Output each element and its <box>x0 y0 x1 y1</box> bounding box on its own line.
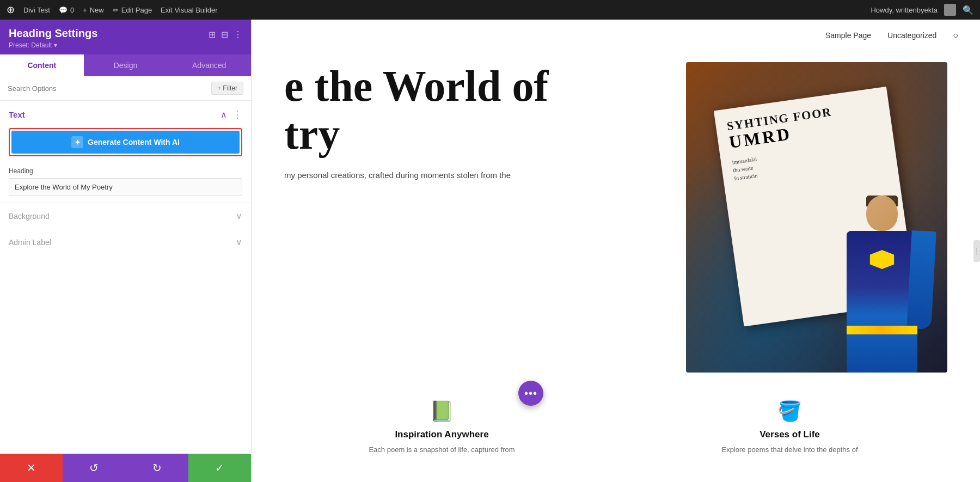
columns-icon[interactable]: ⊟ <box>221 29 228 40</box>
save-button[interactable]: ✓ <box>188 454 251 482</box>
user-avatar[interactable] <box>944 4 956 16</box>
plus-icon: + <box>83 6 87 14</box>
main-wrapper: Heading Settings Preset: Default ▾ ⊞ ⊟ ⋮… <box>0 20 980 482</box>
panel-header: Heading Settings Preset: Default ▾ ⊞ ⊟ ⋮ <box>0 20 251 54</box>
hero-heading: e the World oftry <box>284 62 664 158</box>
card-2-desc: Explore poems that delve into the depths… <box>721 444 857 456</box>
redo-button[interactable]: ↻ <box>126 454 188 482</box>
comment-icon: 💬 <box>59 6 68 14</box>
collapse-icon[interactable]: ∧ <box>220 109 227 120</box>
website-area: Sample Page Uncategorized ○ e the World … <box>252 20 980 482</box>
cards-section: 📗 Inspiration Anywhere Each poem is a sn… <box>252 389 980 472</box>
exit-builder-link[interactable]: Exit Visual Builder <box>161 6 218 14</box>
edit-page-link[interactable]: ✏ Edit Page <box>113 6 152 14</box>
panel-title-area: Heading Settings Preset: Default ▾ <box>9 27 97 49</box>
heading-label: Heading <box>9 167 242 175</box>
tab-design[interactable]: Design <box>84 54 168 76</box>
hero-image: SYHTING FOORUMRD Immardalaltho waitefn s… <box>686 62 947 373</box>
new-content-link[interactable]: + New <box>83 6 104 14</box>
admin-label-label: Admin Label <box>9 238 51 247</box>
resize-handle[interactable] <box>973 240 980 262</box>
cancel-button[interactable]: ✕ <box>0 454 63 482</box>
filter-button[interactable]: + Filter <box>211 82 243 95</box>
panel-tabs: Content Design Advanced <box>0 54 251 76</box>
undo-button[interactable]: ↺ <box>63 454 125 482</box>
heading-input[interactable] <box>9 178 242 196</box>
admin-label-section[interactable]: Admin Label ∨ <box>0 229 251 255</box>
floating-menu-button[interactable]: ••• <box>518 381 543 406</box>
text-section-header: Text ∧ ⋮ <box>0 101 251 126</box>
tab-content[interactable]: Content <box>0 54 84 76</box>
hero-text: e the World oftry my personal creations,… <box>284 62 664 182</box>
ai-icon: ✦ <box>71 136 83 148</box>
nav-sample-page[interactable]: Sample Page <box>825 31 871 40</box>
floating-menu-dots-icon: ••• <box>524 387 537 400</box>
panel-header-icons: ⊞ ⊟ ⋮ <box>209 29 242 40</box>
hero-figure <box>828 166 936 373</box>
card-2-title: Verses of Life <box>759 429 820 440</box>
section-more-icon[interactable]: ⋮ <box>232 108 242 120</box>
fullscreen-icon[interactable]: ⊞ <box>209 29 216 40</box>
heading-field-section: Heading <box>0 163 251 203</box>
background-chevron-icon: ∨ <box>236 211 242 221</box>
background-label: Background <box>9 212 50 221</box>
book-icon: 📗 <box>430 400 454 423</box>
admin-label-chevron-icon: ∨ <box>236 237 242 247</box>
ai-generate-wrapper: ✦ Generate Content With AI <box>0 126 251 163</box>
action-bar: ✕ ↺ ↻ ✓ <box>0 454 251 482</box>
background-section[interactable]: Background ∨ <box>0 203 251 229</box>
card-1-desc: Each poem is a snapshot of life, capture… <box>369 444 514 456</box>
panel-content: Text ∧ ⋮ ✦ Generate Content With AI Head… <box>0 101 251 454</box>
ai-btn-outline: ✦ Generate Content With AI <box>9 128 242 156</box>
comments-link[interactable]: 💬 0 <box>59 6 74 14</box>
card-inspiration: 📗 Inspiration Anywhere Each poem is a sn… <box>284 400 599 456</box>
pencil-icon: ✏ <box>113 6 119 14</box>
text-section-title: Text <box>9 110 25 119</box>
search-options-input[interactable] <box>8 84 207 93</box>
panel-preset[interactable]: Preset: Default ▾ <box>9 41 97 49</box>
panel-title: Heading Settings <box>9 27 97 40</box>
fire-hydrant-icon: 🪣 <box>777 400 802 423</box>
site-nav: Sample Page Uncategorized ○ <box>252 20 980 51</box>
more-options-icon[interactable]: ⋮ <box>234 29 242 40</box>
card-verses: 🪣 Verses of Life Explore poems that delv… <box>632 400 947 456</box>
heading-settings-panel: Heading Settings Preset: Default ▾ ⊞ ⊟ ⋮… <box>0 20 252 482</box>
wordpress-icon[interactable]: ⊕ <box>7 4 15 16</box>
tab-advanced[interactable]: Advanced <box>167 54 251 76</box>
admin-bar-right: Howdy, writtenbyekta 🔍 <box>871 4 973 16</box>
nav-uncategorized[interactable]: Uncategorized <box>887 31 936 40</box>
site-name-link[interactable]: Divi Test <box>23 6 50 14</box>
howdy-text: Howdy, writtenbyekta <box>871 6 938 14</box>
comment-count: 0 <box>70 6 74 14</box>
admin-search-icon[interactable]: 🔍 <box>963 5 973 15</box>
hero-description: my personal creations, crafted during mo… <box>284 169 664 182</box>
hero-section: e the World oftry my personal creations,… <box>252 51 980 389</box>
admin-bar: ⊕ Divi Test 💬 0 + New ✏ Edit Page Exit V… <box>0 0 980 20</box>
ai-generate-button[interactable]: ✦ Generate Content With AI <box>11 131 240 154</box>
ai-generate-label: Generate Content With AI <box>88 138 180 147</box>
search-bar-area: + Filter <box>0 76 251 101</box>
site-search-icon[interactable]: ○ <box>953 30 958 40</box>
card-1-title: Inspiration Anywhere <box>395 429 488 440</box>
section-controls: ∧ ⋮ <box>220 108 242 120</box>
